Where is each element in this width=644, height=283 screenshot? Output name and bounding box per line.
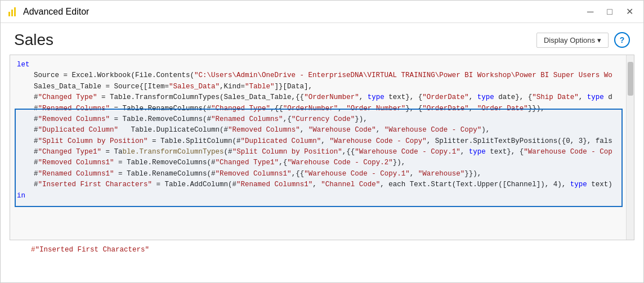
close-button[interactable]: ✕ bbox=[623, 5, 637, 18]
header-actions: Display Options ▾ ? bbox=[536, 32, 630, 48]
minimize-button[interactable]: ─ bbox=[584, 5, 597, 18]
code-line: #"Removed Columns" = Table.RemoveColumns… bbox=[17, 114, 634, 125]
code-content: let Source = Excel.Workbook(File.Content… bbox=[10, 55, 634, 240]
code-line: #"Changed Type" = Table.TransformColumnT… bbox=[17, 92, 634, 103]
display-options-label: Display Options bbox=[544, 36, 595, 44]
dialog-header: Sales Display Options ▾ ? bbox=[1, 23, 643, 55]
scrollbar-thumb[interactable] bbox=[628, 62, 633, 96]
window-controls: ─ □ ✕ bbox=[584, 5, 637, 18]
svg-rect-0 bbox=[8, 12, 10, 16]
title-bar-title: Advanced Editor bbox=[23, 7, 89, 17]
code-line: Sales_Data_Table = Source{[Item="Sales_D… bbox=[17, 82, 634, 92]
code-line: #"Changed Type1" = Table.TransformColumn… bbox=[17, 147, 634, 158]
help-button[interactable]: ? bbox=[614, 32, 630, 48]
code-line: let bbox=[17, 60, 634, 70]
powerbi-icon bbox=[7, 6, 19, 17]
code-line: #"Renamed Columns1" = Table.RenameColumn… bbox=[17, 169, 634, 179]
code-line: Source = Excel.Workbook(File.Contents("C… bbox=[17, 70, 634, 81]
code-line: #"Split Column by Position" = Table.Spli… bbox=[17, 136, 634, 147]
page-title: Sales bbox=[14, 31, 53, 49]
code-line: #"Inserted First Characters" = Table.Add… bbox=[17, 179, 634, 190]
svg-rect-1 bbox=[11, 10, 13, 16]
code-line: in bbox=[17, 191, 634, 201]
code-line: #"Renamed Columns" = Table.RenameColumns… bbox=[17, 104, 634, 114]
maximize-button[interactable]: □ bbox=[603, 5, 616, 18]
code-line: #"Removed Columns1" = Table.RemoveColumn… bbox=[17, 158, 634, 168]
footer-bar: #"Inserted First Characters" bbox=[1, 240, 643, 257]
code-line: #"Duplicated Column" Table.DuplicateColu… bbox=[17, 125, 634, 136]
editor-scrollbar[interactable] bbox=[626, 55, 634, 240]
title-bar-left: Advanced Editor bbox=[7, 6, 89, 17]
footer-result: #"Inserted First Characters" bbox=[14, 246, 149, 254]
title-bar: Advanced Editor ─ □ ✕ bbox=[1, 1, 643, 23]
chevron-down-icon: ▾ bbox=[597, 36, 601, 44]
display-options-button[interactable]: Display Options ▾ bbox=[536, 33, 609, 48]
svg-rect-2 bbox=[14, 7, 16, 16]
code-editor[interactable]: let Source = Excel.Workbook(File.Content… bbox=[10, 55, 634, 240]
